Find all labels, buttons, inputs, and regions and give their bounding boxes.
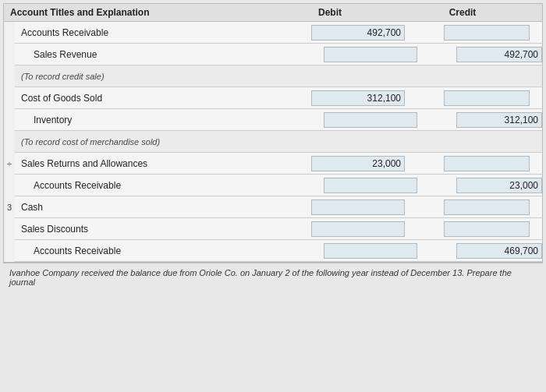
debit-cell: 312,100 [271,90,411,106]
debit-input[interactable]: 23,000 [311,156,405,171]
debit-cell: 492,700 [271,25,411,41]
entry-row: Accounts Receivable 492,700 [15,22,542,44]
row-marker: 3 [4,196,15,218]
entry-row-indented: Accounts Receivable 23,000 [15,175,542,196]
debit-input[interactable] [324,47,417,62]
table-row: 3 Cash [4,196,542,218]
account-name: Sales Revenue [34,49,283,60]
row-marker [4,240,15,262]
credit-cell [411,221,536,237]
debit-input[interactable] [324,112,417,128]
table-row: Accounts Receivable 469,700 [4,240,542,262]
debit-cell [271,221,411,237]
account-name: Sales Discounts [21,224,271,235]
debit-input[interactable] [311,221,405,237]
row-marker: ÷ [4,153,15,175]
debit-input[interactable] [324,243,417,259]
note-text: (To record cost of merchandise sold) [15,131,542,153]
credit-input[interactable] [444,221,530,237]
table-row: ÷ Sales Returns and Allowances 23,000 [4,153,542,175]
credit-cell: 312,100 [424,112,546,128]
account-name: Cost of Goods Sold [21,93,271,104]
debit-cell [271,200,411,215]
row-marker [4,22,15,44]
account-name: Accounts Receivable [21,27,271,38]
entry-row-indented: Accounts Receivable 469,700 [15,240,542,262]
debit-input[interactable]: 492,700 [311,25,405,41]
header-account-title: Account Titles and Explanation [10,7,260,18]
credit-input[interactable]: 469,700 [456,243,542,259]
row-marker [4,65,15,87]
account-name: Accounts Receivable [34,180,283,191]
account-name: Cash [21,202,271,213]
table-row: Cost of Goods Sold 312,100 [4,87,542,109]
credit-input[interactable] [444,25,530,41]
note-text: (To record credit sale) [15,65,542,87]
account-name: Accounts Receivable [34,245,283,256]
credit-cell [411,90,536,106]
row-marker [4,218,15,240]
table-header: Account Titles and Explanation Debit Cre… [4,4,542,22]
credit-cell: 492,700 [424,47,546,62]
header-debit-label: Debit [260,7,400,18]
entry-row: Cost of Goods Sold 312,100 [15,87,542,109]
credit-input[interactable]: 23,000 [456,178,542,193]
entry-row-indented: Sales Revenue 492,700 [15,44,542,65]
credit-input[interactable] [444,90,530,106]
note-row: (To record credit sale) [4,65,542,87]
table-row: Inventory 312,100 [4,109,542,131]
debit-cell [283,178,424,193]
credit-input[interactable]: 492,700 [456,47,542,62]
entry-row-indented: Inventory 312,100 [15,109,542,131]
journal-table: Account Titles and Explanation Debit Cre… [3,3,543,263]
main-container: Account Titles and Explanation Debit Cre… [0,0,546,392]
credit-cell: 469,700 [424,243,546,259]
credit-input[interactable]: 312,100 [456,112,542,128]
credit-cell [411,156,536,171]
credit-input[interactable] [444,200,530,215]
row-marker [4,44,15,65]
account-name: Inventory [34,115,283,125]
account-name: Sales Returns and Allowances [21,158,271,169]
debit-cell [283,243,424,259]
table-row: Accounts Receivable 23,000 [4,175,542,196]
table-row: Sales Revenue 492,700 [4,44,542,65]
footer-text: Ivanhoe Company received the balance due… [3,263,543,291]
header-credit-label: Credit [400,7,525,18]
credit-cell: 23,000 [424,178,546,193]
credit-input[interactable] [444,156,530,171]
row-marker [4,131,15,153]
note-row: (To record cost of merchandise sold) [4,131,542,153]
debit-input[interactable] [311,200,405,215]
debit-input[interactable]: 312,100 [311,90,405,106]
credit-cell [411,25,536,41]
debit-cell [283,47,424,62]
row-marker [4,109,15,131]
entry-row: Cash [15,196,542,218]
table-row: Sales Discounts [4,218,542,240]
row-marker [4,87,15,109]
entry-row: Sales Returns and Allowances 23,000 [15,153,542,175]
debit-cell: 23,000 [271,156,411,171]
entry-row: Sales Discounts [15,218,542,240]
debit-cell [283,112,424,128]
credit-cell [411,200,536,215]
row-marker [4,175,15,196]
debit-input[interactable] [324,178,417,193]
table-row: Accounts Receivable 492,700 [4,22,542,44]
